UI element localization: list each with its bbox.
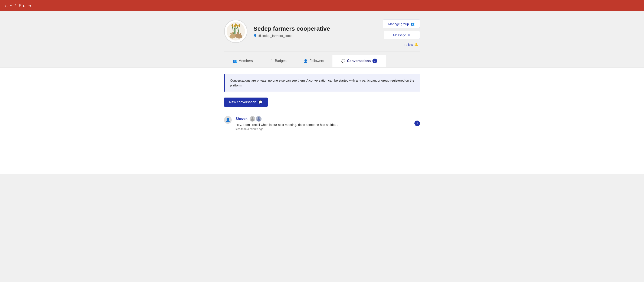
message-icon: ✉ [408, 33, 410, 37]
svg-point-15 [232, 24, 233, 27]
svg-point-16 [238, 24, 240, 27]
mini-avatar-1 [250, 116, 255, 122]
conversations-icon: 💬 [341, 59, 345, 63]
mini-avatar-2 [256, 116, 262, 122]
svg-point-17 [234, 25, 235, 27]
svg-point-18 [236, 25, 238, 27]
bell-icon: 🔔 [414, 42, 418, 46]
info-box-text: Conversations are private. no one else c… [230, 78, 415, 88]
tab-members[interactable]: 👥 Members [224, 55, 261, 67]
conversation-list: 👤 Shevek [224, 114, 420, 133]
follow-button[interactable]: Follow 🔔 [402, 42, 420, 47]
conversation-body: Shevek [236, 116, 410, 130]
handle-icon: 👤 [254, 34, 257, 37]
svg-point-20 [258, 117, 260, 119]
avatar [224, 20, 248, 43]
manage-group-label: Manage group [388, 22, 409, 26]
message-button[interactable]: Message ✉ [384, 31, 420, 39]
badges-icon: 🎖 [270, 59, 273, 63]
svg-point-19 [252, 117, 253, 119]
new-conversation-button[interactable]: New conversation 💬 [224, 98, 268, 107]
page-title: Profile [19, 3, 31, 8]
chevron-down-icon[interactable]: ▾ [10, 4, 12, 7]
new-conversation-label: New conversation [229, 100, 256, 104]
tabs-bar: 👥 Members 🎖 Badges 👤 Followers 💬 Convers… [0, 55, 644, 68]
tab-members-label: Members [238, 59, 253, 63]
topbar: ⌂ ▾ / Profile [0, 0, 644, 11]
tab-badges[interactable]: 🎖 Badges [261, 55, 295, 67]
conversation-header: Shevek [236, 116, 410, 122]
table-row[interactable]: 👤 Shevek [224, 114, 420, 133]
conversation-author: Shevek [236, 117, 248, 121]
manage-group-icon: 👥 [410, 22, 415, 26]
person-icon: 👤 [226, 118, 230, 122]
author-avatars [250, 116, 262, 122]
svg-point-14 [235, 24, 237, 27]
profile-handle: 👤 @sedep_farmers_coop [254, 34, 330, 38]
tab-followers-label: Followers [310, 59, 324, 63]
info-box: Conversations are private. no one else c… [224, 74, 420, 92]
breadcrumb-separator: / [15, 4, 16, 8]
profile-section: Sedep farmers cooperative 👤 @sedep_farme… [0, 11, 644, 52]
tab-conversations[interactable]: 💬 Conversations 1 [332, 55, 386, 67]
reply-count-badge: 1 [414, 120, 420, 126]
follow-label: Follow [404, 43, 413, 46]
main-content: Conversations are private. no one else c… [0, 68, 644, 174]
message-label: Message [393, 33, 406, 37]
manage-group-button[interactable]: Manage group 👥 [383, 20, 420, 28]
avatar: 👤 [224, 116, 232, 124]
tab-conversations-label: Conversations [347, 59, 370, 63]
followers-icon: 👤 [304, 59, 308, 63]
members-icon: 👥 [232, 59, 237, 63]
conversation-message: Hey, I don't recall when is our next mee… [236, 123, 410, 126]
profile-actions: Manage group 👥 Message ✉ Follow 🔔 [383, 20, 420, 47]
conversation-time: less than a minute ago [236, 127, 410, 130]
tab-badges-label: Badges [275, 59, 286, 63]
profile-left: Sedep farmers cooperative 👤 @sedep_farme… [224, 20, 330, 43]
new-conversation-icon: 💬 [258, 100, 262, 104]
handle-text: @sedep_farmers_coop [258, 34, 292, 38]
profile-name: Sedep farmers cooperative [254, 25, 330, 32]
conversations-badge: 1 [372, 58, 377, 63]
tab-followers[interactable]: 👤 Followers [295, 55, 332, 67]
home-icon[interactable]: ⌂ [5, 3, 8, 8]
profile-info: Sedep farmers cooperative 👤 @sedep_farme… [254, 25, 330, 38]
